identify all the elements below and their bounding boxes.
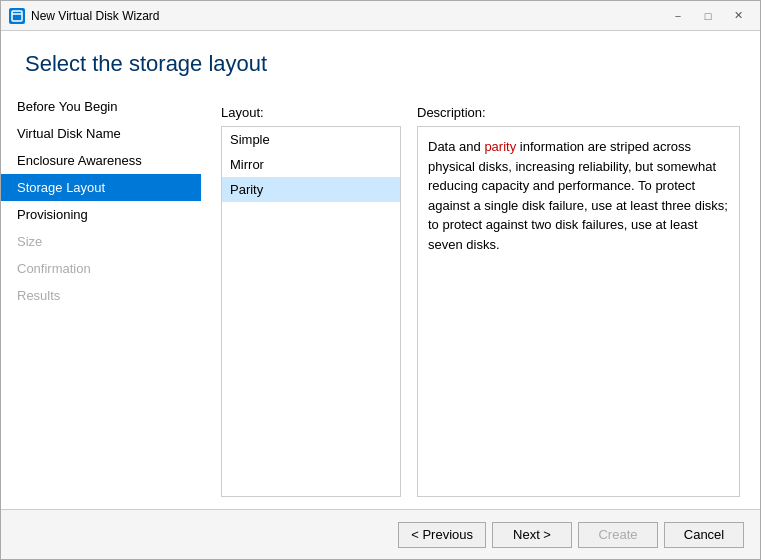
description-panel: Description: Data and parity information… bbox=[417, 105, 740, 497]
cancel-button[interactable]: Cancel bbox=[664, 522, 744, 548]
sidebar-item-provisioning[interactable]: Provisioning bbox=[1, 201, 201, 228]
layout-panel: Layout: Simple Mirror Parity bbox=[221, 105, 401, 497]
layout-option-simple[interactable]: Simple bbox=[222, 127, 400, 152]
panel-row: Layout: Simple Mirror Parity bbox=[221, 105, 740, 497]
page-title: Select the storage layout bbox=[1, 31, 760, 93]
wizard-window: New Virtual Disk Wizard − □ ✕ Select the… bbox=[0, 0, 761, 560]
content-area: Select the storage layout Before You Beg… bbox=[1, 31, 760, 509]
layout-list: Simple Mirror Parity bbox=[221, 126, 401, 497]
description-label: Description: bbox=[417, 105, 740, 120]
parity-highlight: parity bbox=[484, 139, 516, 154]
create-button[interactable]: Create bbox=[578, 522, 658, 548]
panel-area: Layout: Simple Mirror Parity bbox=[201, 93, 760, 509]
sidebar-item-results: Results bbox=[1, 282, 201, 309]
title-bar: New Virtual Disk Wizard − □ ✕ bbox=[1, 1, 760, 31]
app-icon bbox=[9, 8, 25, 24]
next-button[interactable]: Next > bbox=[492, 522, 572, 548]
layout-option-parity[interactable]: Parity bbox=[222, 177, 400, 202]
window-controls: − □ ✕ bbox=[664, 6, 752, 26]
close-button[interactable]: ✕ bbox=[724, 6, 752, 26]
window-title: New Virtual Disk Wizard bbox=[31, 9, 664, 23]
sidebar: Before You Begin Virtual Disk Name Enclo… bbox=[1, 93, 201, 509]
minimize-button[interactable]: − bbox=[664, 6, 692, 26]
layout-option-mirror[interactable]: Mirror bbox=[222, 152, 400, 177]
sidebar-item-virtual-disk-name[interactable]: Virtual Disk Name bbox=[1, 120, 201, 147]
sidebar-item-enclosure-awareness[interactable]: Enclosure Awareness bbox=[1, 147, 201, 174]
sidebar-item-storage-layout[interactable]: Storage Layout bbox=[1, 174, 201, 201]
sidebar-item-before-you-begin[interactable]: Before You Begin bbox=[1, 93, 201, 120]
layout-label: Layout: bbox=[221, 105, 401, 120]
description-text: Data and parity information are striped … bbox=[417, 126, 740, 497]
sidebar-item-size: Size bbox=[1, 228, 201, 255]
maximize-button[interactable]: □ bbox=[694, 6, 722, 26]
footer: < Previous Next > Create Cancel bbox=[1, 509, 760, 559]
svg-rect-0 bbox=[12, 11, 22, 21]
previous-button[interactable]: < Previous bbox=[398, 522, 486, 548]
sidebar-item-confirmation: Confirmation bbox=[1, 255, 201, 282]
main-area: Before You Begin Virtual Disk Name Enclo… bbox=[1, 93, 760, 509]
